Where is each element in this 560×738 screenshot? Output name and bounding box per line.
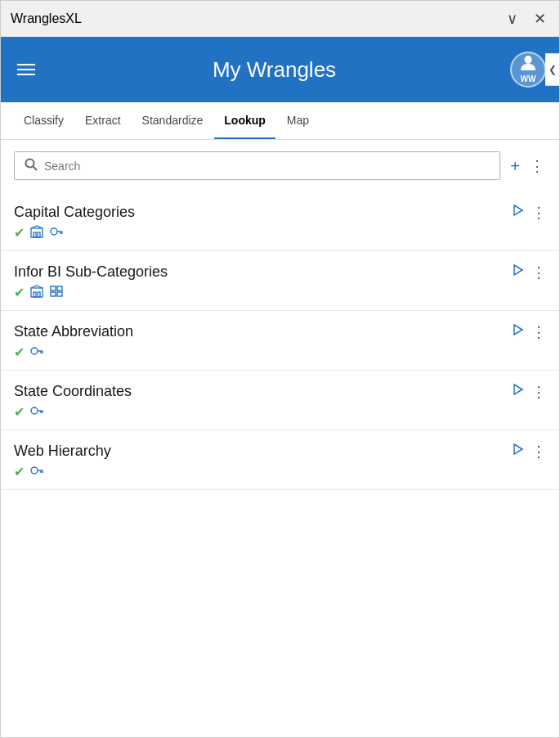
hamburger-menu-button[interactable] [14,61,38,79]
hamburger-line-2 [17,69,35,70]
svg-point-1 [26,160,34,168]
list-item: Infor BI Sub-Categories ⋮ ✔ [1,251,559,311]
svg-rect-6 [38,232,40,237]
tab-standardize[interactable]: Standardize [132,102,213,139]
svg-point-7 [51,228,57,235]
svg-rect-4 [31,228,43,237]
header: My Wrangles WW ❮ [1,37,559,102]
list-item-title: Infor BI Sub-Categories [14,263,168,281]
list-item: State Abbreviation ⋮ ✔ [1,311,559,371]
tab-extract[interactable]: Extract [75,102,131,139]
list-item-header: State Coordinates ⋮ [14,382,546,401]
svg-rect-13 [34,292,36,297]
svg-rect-5 [34,232,36,237]
list-item-header: Infor BI Sub-Categories ⋮ [14,263,546,281]
list-item-title: Capital Categories [14,204,135,221]
svg-marker-19 [514,325,522,335]
svg-rect-15 [51,286,56,290]
key-icon [29,464,44,479]
svg-line-2 [34,167,38,171]
key-icon [49,225,64,241]
hamburger-line-1 [17,64,35,65]
list-item-icons: ✔ [14,344,546,360]
list-item-controls: ⋮ [510,203,546,222]
list-item-icons: ✔ [14,225,546,241]
title-bar: WranglesXL ∨ ✕ [1,1,559,37]
header-title: My Wrangles [38,57,510,83]
list-item-icons: ✔ [14,285,546,300]
list-item-header: Capital Categories ⋮ [14,203,546,222]
svg-point-0 [525,56,532,64]
play-button[interactable] [510,382,525,401]
window-title: WranglesXL [11,11,82,26]
close-button[interactable]: ✕ [531,8,549,29]
item-more-button[interactable]: ⋮ [531,204,546,222]
list-item-title: State Abbreviation [14,323,133,340]
status-check-icon: ✔ [14,404,25,420]
tab-classify[interactable]: Classify [14,102,74,139]
svg-rect-18 [57,292,62,296]
status-check-icon: ✔ [14,464,25,479]
svg-point-30 [31,467,38,474]
minimize-button[interactable]: ∨ [504,8,521,29]
item-more-button[interactable]: ⋮ [531,443,546,461]
tab-map[interactable]: Map [277,102,319,139]
list-item-header: State Abbreviation ⋮ [14,322,546,341]
status-check-icon: ✔ [14,344,25,360]
svg-marker-29 [514,444,522,454]
list-item: Web Hierarchy ⋮ ✔ [1,430,559,490]
svg-rect-17 [51,292,56,296]
play-button[interactable] [510,203,525,222]
hamburger-line-3 [17,74,35,75]
search-icon [25,158,38,173]
svg-point-20 [31,348,38,354]
list-item-controls: ⋮ [510,263,546,281]
play-button[interactable] [510,263,525,281]
key-icon [29,344,44,360]
svg-rect-16 [57,286,62,290]
app-window: WranglesXL ∨ ✕ My Wrangles WW ❮ Clas [0,0,560,738]
list-item-title: State Coordinates [14,383,132,400]
sidebar-collapse-button[interactable]: ❮ [545,53,560,86]
search-input[interactable] [44,160,490,173]
key-icon [29,404,44,420]
building-icon [29,285,44,300]
building-icon [29,225,44,241]
avatar-label: WW [521,74,536,83]
item-more-button[interactable]: ⋮ [531,263,546,281]
search-area: + ⋮ [1,140,559,191]
add-button[interactable]: + [508,156,522,176]
grid-icon [49,285,64,300]
play-button[interactable] [510,322,525,341]
list-container: Capital Categories ⋮ ✔ [1,191,559,737]
svg-marker-24 [514,385,522,394]
tab-lookup[interactable]: Lookup [214,102,276,139]
more-options-button[interactable]: ⋮ [528,155,546,177]
svg-marker-11 [514,265,522,275]
avatar[interactable]: WW [510,52,546,88]
list-item-controls: ⋮ [510,442,546,461]
status-check-icon: ✔ [14,285,25,300]
list-item-title: Web Hierarchy [14,443,111,460]
search-box [14,151,500,180]
title-bar-controls: ∨ ✕ [504,8,549,29]
search-actions: + ⋮ [508,155,546,177]
list-item-controls: ⋮ [510,322,546,341]
svg-rect-12 [31,288,43,297]
svg-rect-14 [38,292,40,297]
list-item-header: Web Hierarchy ⋮ [14,442,546,461]
item-more-button[interactable]: ⋮ [531,323,546,341]
avatar-icon [520,56,536,73]
list-item: Capital Categories ⋮ ✔ [1,191,559,251]
item-more-button[interactable]: ⋮ [531,383,546,401]
svg-marker-3 [514,205,522,215]
status-check-icon: ✔ [14,225,25,241]
list-item-controls: ⋮ [510,382,546,401]
list-item-icons: ✔ [14,464,546,479]
list-item: State Coordinates ⋮ ✔ [1,371,559,430]
list-item-icons: ✔ [14,404,546,420]
play-button[interactable] [510,442,525,461]
nav-tabs: Classify Extract Standardize Lookup Map [1,102,559,140]
svg-point-25 [31,407,38,414]
